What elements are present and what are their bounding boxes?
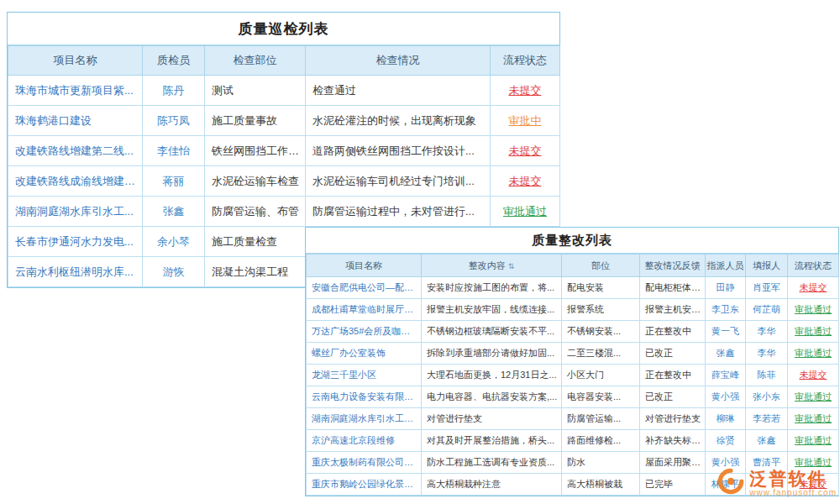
column-header[interactable]: 填报人 <box>746 255 788 277</box>
column-header-label: 检查情况 <box>376 54 420 66</box>
person-name-cell: 张鑫 <box>746 430 788 452</box>
watermark-brand: 泛普软件 <box>749 469 837 488</box>
table-cell: 防水 <box>562 452 640 474</box>
table-cell: 电容器安装... <box>562 386 640 408</box>
column-header[interactable]: 部位 <box>562 255 640 277</box>
column-header-label: 填报人 <box>753 260 780 270</box>
project-name-link[interactable]: 长春市伊通河水力发电... <box>8 227 143 257</box>
project-name-link[interactable]: 螺丝厂办公室装饰 <box>307 343 422 365</box>
table-row: 湖南洞庭湖水库引水工...张鑫防腐管运输、布管防腐管运输过程中，未对管进行...… <box>8 197 560 227</box>
column-header[interactable]: 整改内容⇅ <box>422 255 562 277</box>
status-cell[interactable]: 审批通过 <box>788 343 839 365</box>
table-cell: 对管进行垫支 <box>640 408 706 430</box>
column-header-label: 整改内容 <box>469 260 506 270</box>
status-cell[interactable]: 审批通过 <box>788 299 839 321</box>
table-cell: 正在整改中 <box>640 321 706 343</box>
project-name-link[interactable]: 湖南洞庭湖水库引水工程施工标 <box>307 408 422 430</box>
table-cell: 大理石地面更换，12月31日之... <box>422 365 562 386</box>
project-name-link[interactable]: 万达广场35#会所及咖啡厅空... <box>307 321 422 343</box>
person-name-cell: 徐贤 <box>706 430 746 452</box>
rectification-list-panel: 质量整改列表 项目名称整改内容⇅部位整改情况反馈指派人员填报人流程状态安徽合肥供… <box>305 227 839 496</box>
table-cell: 对其及时开展整治措施，桥头... <box>422 430 562 452</box>
person-name-cell: 李若若 <box>746 408 788 430</box>
column-header[interactable]: 流程状态 <box>788 255 839 277</box>
person-name-cell: 张鑫 <box>143 197 205 227</box>
column-header-label: 流程状态 <box>503 54 547 66</box>
table-cell: 已完毕 <box>640 474 706 496</box>
column-header[interactable]: 检查部位 <box>205 46 306 76</box>
column-header[interactable]: 流程状态 <box>491 46 560 76</box>
status-cell[interactable]: 审批通过 <box>491 197 560 227</box>
table-cell: 测试 <box>205 76 306 106</box>
person-name-cell: 游恢 <box>143 257 205 287</box>
status-cell[interactable]: 未提交 <box>788 277 839 299</box>
table-cell: 电力电容器、电抗器安装方案,... <box>422 386 562 408</box>
status-cell[interactable]: 未提交 <box>491 136 560 166</box>
table-cell: 检查通过 <box>306 76 491 106</box>
person-name-cell: 李华 <box>746 321 788 343</box>
column-header[interactable]: 项目名称 <box>8 46 143 76</box>
table-cell: 水泥砼运输车司机经过专门培训... <box>306 166 491 197</box>
status-cell[interactable]: 未提交 <box>491 76 560 106</box>
table-row: 螺丝厂办公室装饰拆除到承重墙部分请做好加固...二至三楼混...已改正张鑫李华审… <box>307 343 839 365</box>
status-cell[interactable]: 未提交 <box>491 166 560 197</box>
project-name-link[interactable]: 云南水利枢纽潜明水库... <box>8 257 143 287</box>
table-cell: 二至三楼混... <box>562 343 640 365</box>
column-header[interactable]: 项目名称 <box>307 255 422 277</box>
project-name-link[interactable]: 云南电力设备安装有限公司20... <box>307 386 422 408</box>
column-header[interactable]: 质检员 <box>143 46 205 76</box>
table-row: 万达广场35#会所及咖啡厅空...不锈钢边框玻璃隔断安装不平...不锈钢安装..… <box>307 321 839 343</box>
table-cell: 混凝土沟渠工程 <box>205 257 306 287</box>
project-name-link[interactable]: 湖南洞庭湖水库引水工... <box>8 197 143 227</box>
table-cell: 铁丝网围挡工作检查 <box>205 136 306 166</box>
project-name-link[interactable]: 龙湖三千里小区 <box>307 365 422 386</box>
table-cell: 对管进行垫支 <box>422 408 562 430</box>
status-cell[interactable]: 审批通过 <box>788 430 839 452</box>
watermark: 泛普软件 www.fanpusoft.com <box>717 467 837 499</box>
table-row: 安徽合肥供电公司—配电设备...安装时应按施工图的布置，将...配电安装配电柜柜… <box>307 277 839 299</box>
table-cell: 不锈钢边框玻璃隔断安装不平... <box>422 321 562 343</box>
project-name-link[interactable]: 珠海市城市更新项目紫... <box>8 76 143 106</box>
status-cell[interactable]: 审批通过 <box>788 321 839 343</box>
table-cell: 拆除到承重墙部分请做好加固... <box>422 343 562 365</box>
status-cell[interactable]: 审批通过 <box>788 408 839 430</box>
column-header-label: 整改情况反馈 <box>645 260 701 270</box>
status-cell[interactable]: 审批通过 <box>788 386 839 408</box>
project-name-link[interactable]: 改建铁路线成渝线增建第... <box>8 166 143 197</box>
column-header-label: 指派人员 <box>707 260 744 270</box>
person-name-cell: 陈巧凤 <box>143 106 205 136</box>
person-name-cell: 田静 <box>706 277 746 299</box>
table-cell: 不锈钢安装... <box>562 321 640 343</box>
project-name-link[interactable]: 改建铁路线增建第二线... <box>8 136 143 166</box>
column-header-label: 检查部位 <box>234 54 277 66</box>
person-name-cell: 李华 <box>746 343 788 365</box>
person-name-cell: 张小东 <box>746 386 788 408</box>
table-row: 京沪高速北京段维修对其及时开展整治措施，桥头...路面维修检...补齐缺失标志.… <box>307 430 839 452</box>
project-name-link[interactable]: 重庆市鹅岭公园绿化景观提升... <box>307 474 422 496</box>
column-header[interactable]: 指派人员 <box>706 255 746 277</box>
table-cell: 安装时应按施工图的布置，将... <box>422 277 562 299</box>
table-cell: 道路两侧铁丝网围挡工作按设计... <box>306 136 491 166</box>
table-row: 珠海市城市更新项目紫...陈丹测试检查通过未提交 <box>8 76 560 106</box>
project-name-link[interactable]: 京沪高速北京段维修 <box>307 430 422 452</box>
person-name-cell: 黄一飞 <box>706 321 746 343</box>
column-header-label: 部位 <box>591 260 610 270</box>
column-header[interactable]: 整改情况反馈 <box>640 255 706 277</box>
table-cell: 屋面采用聚氨... <box>640 452 706 474</box>
person-name-cell: 余小琴 <box>143 227 205 257</box>
project-name-link[interactable]: 珠海鹤港口建设 <box>8 106 143 136</box>
table-row: 云南电力设备安装有限公司20...电力电容器、电抗器安装方案,...电容器安装.… <box>307 386 839 408</box>
status-cell[interactable]: 未提交 <box>788 365 839 386</box>
table-cell: 报警系统 <box>562 299 640 321</box>
status-cell[interactable]: 审批中 <box>491 106 560 136</box>
sort-icon[interactable]: ⇅ <box>508 262 515 270</box>
table-cell: 高大梧桐栽种注意 <box>422 474 562 496</box>
table-cell: 配电柜柜体与... <box>640 277 706 299</box>
column-header-label: 项目名称 <box>54 54 97 66</box>
table-cell: 防腐管运输、布管 <box>205 197 306 227</box>
project-name-link[interactable]: 重庆太极制药有限公司毫州中... <box>307 452 422 474</box>
project-name-link[interactable]: 安徽合肥供电公司—配电设备... <box>307 277 422 299</box>
table-cell: 施工质量检查 <box>205 227 306 257</box>
project-name-link[interactable]: 成都杜甫草堂临时展厅独立展... <box>307 299 422 321</box>
column-header[interactable]: 检查情况 <box>306 46 491 76</box>
